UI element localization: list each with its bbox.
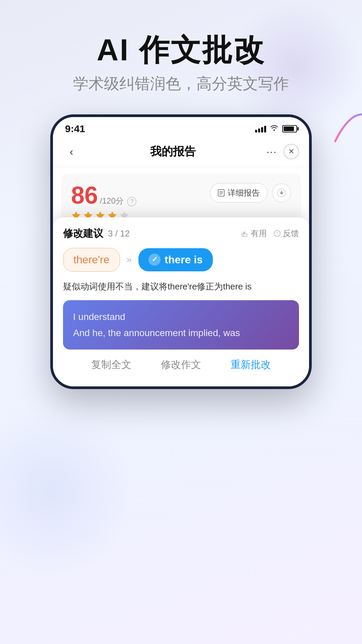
header-section: AI 作文批改 学术级纠错润色，高分英文写作	[0, 0, 362, 114]
signal-icon	[255, 125, 266, 132]
extra-content-preview: I understand And he, the announcement im…	[63, 300, 299, 350]
detail-report-button[interactable]: 详细报告	[210, 183, 267, 203]
phone-mockup-wrapper: 9:41	[0, 114, 362, 389]
score-row: 86 /120分 ?	[71, 183, 291, 221]
score-number: 86	[71, 183, 98, 207]
deco-arc-icon	[332, 111, 362, 145]
full-page: AI 作文批改 学术级纠错润色，高分英文写作 9:41	[0, 0, 362, 644]
suggestion-title: 修改建议	[63, 227, 103, 240]
score-help-icon[interactable]: ?	[127, 197, 136, 206]
score-left: 86 /120分 ?	[71, 183, 136, 221]
report-icon	[218, 189, 225, 197]
download-button[interactable]	[272, 183, 291, 202]
nav-right-actions: ··· ✕	[266, 144, 299, 159]
back-button[interactable]: ‹	[63, 143, 80, 160]
feedback-button[interactable]: 反馈	[274, 228, 299, 239]
score-actions: 详细报告	[210, 183, 291, 203]
bottom-toolbar: 复制全文 修改作文 重新批改	[63, 350, 299, 380]
correct-word-badge: ✓ there is	[138, 248, 213, 271]
svg-point-12	[277, 234, 278, 235]
phone-mockup: 9:41	[50, 114, 312, 389]
wrong-word-badge: there're	[63, 248, 120, 272]
feedback-icon	[274, 230, 281, 237]
sub-title: 学术级纠错润色，高分英文写作	[0, 73, 362, 94]
extra-line-2: And he, the announcement implied, was	[73, 325, 289, 341]
score-max: /120分 ?	[100, 196, 136, 206]
more-options-button[interactable]: ···	[266, 146, 277, 157]
status-icons	[255, 124, 297, 133]
correction-row: there're » ✓ there is	[63, 248, 299, 272]
page-title: 我的报告	[150, 144, 196, 159]
suggestion-count: 3 / 12	[108, 228, 130, 239]
download-icon	[277, 189, 286, 197]
bg-decoration-2	[0, 409, 134, 577]
suggestion-header: 修改建议 3 / 12 有用	[63, 227, 299, 240]
extra-line-1: I understand	[73, 309, 289, 325]
wifi-icon	[270, 124, 278, 133]
arrow-right-icon: »	[127, 254, 132, 265]
useful-button[interactable]: 有用	[241, 228, 267, 239]
check-icon: ✓	[148, 254, 161, 266]
suggestion-actions: 有用 反馈	[241, 228, 299, 239]
nav-bar: ‹ 我的报告 ··· ✕	[53, 138, 309, 167]
edit-essay-button[interactable]: 修改作文	[161, 358, 201, 372]
copy-all-button[interactable]: 复制全文	[91, 358, 131, 372]
main-title: AI 作文批改	[0, 34, 362, 67]
status-time: 9:41	[65, 123, 85, 135]
close-button[interactable]: ✕	[284, 144, 299, 159]
re-review-button[interactable]: 重新批改	[231, 358, 271, 372]
suggestion-description: 疑似动词使用不当，建议将there're修正为there is	[63, 280, 299, 294]
battery-icon	[282, 125, 297, 132]
status-bar: 9:41	[53, 117, 309, 138]
suggestion-panel: 修改建议 3 / 12 有用	[53, 217, 309, 387]
thumbs-up-icon	[241, 230, 249, 237]
